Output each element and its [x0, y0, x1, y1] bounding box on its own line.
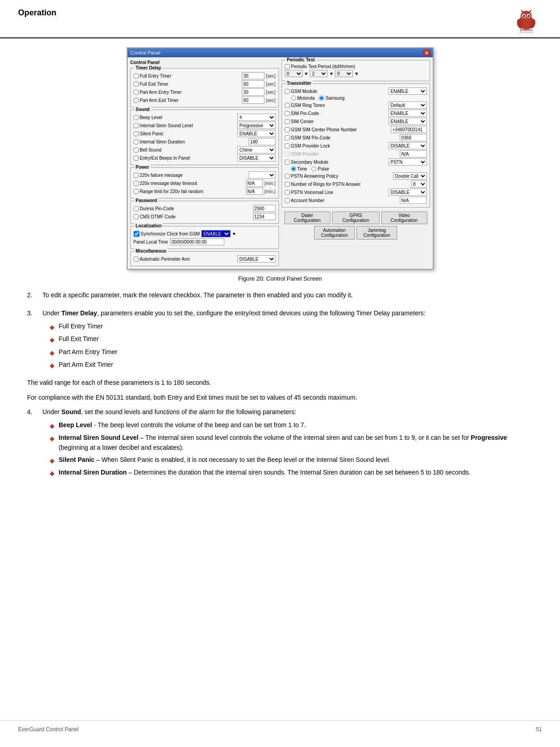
sim-center-row: SIM Center ENABLE: [285, 118, 427, 125]
auto-perimeter-select[interactable]: DISABLE: [237, 255, 276, 263]
internal-siren-duration-checkbox[interactable]: [134, 139, 139, 144]
automation-config-button[interactable]: Automation Configuration: [314, 226, 355, 240]
pstn-voicemail-select[interactable]: DISABLE: [389, 189, 427, 196]
pstn-voicemail-checkbox[interactable]: [285, 190, 290, 195]
secondary-module-row: Secondary Module PSTN: [285, 158, 427, 166]
item-4-content: Under Sound, set the sound levels and fu…: [42, 407, 533, 480]
control-panel-label: Control Panel: [130, 60, 279, 65]
bell-sound-checkbox[interactable]: [134, 148, 139, 152]
sim-pin-checkbox[interactable]: [285, 111, 290, 116]
bullet-diamond-6: ◆: [50, 433, 55, 443]
beep-level-select[interactable]: 4: [237, 114, 276, 121]
auto-perimeter-checkbox[interactable]: [134, 257, 139, 262]
pstn-answering-select[interactable]: Double Call: [393, 172, 427, 180]
control-panel-dialog: Control Panel ✕ Control Panel Timer Dela…: [127, 47, 434, 270]
bell-sound-row: Bell Sound Chime: [134, 146, 276, 153]
gsm-ring-tones-select[interactable]: Default: [389, 101, 427, 109]
part-arm-entry-input[interactable]: [242, 88, 264, 96]
220v-range-row: Range limit for 220v fail random [min.]: [134, 188, 276, 195]
bullet-part-arm-entry: ◆ Part Arm Entry Timer: [50, 347, 533, 358]
auto-perimeter-label: Automatic Perimeter Arm: [134, 257, 236, 262]
gprs-config-button[interactable]: GPRS Configuration: [332, 212, 380, 224]
cms-dtmf-checkbox[interactable]: [134, 214, 139, 219]
silent-panic-checkbox[interactable]: [134, 131, 139, 136]
gsm-module-checkbox[interactable]: [285, 89, 290, 94]
gsm-sim-phone-row: GSM SIM Center Phone Number +34607003141: [285, 126, 427, 133]
full-entry-timer-input[interactable]: [242, 72, 264, 79]
auto-perimeter-row: Automatic Perimeter Arm DISABLE: [134, 255, 276, 263]
full-exit-timer-row: Full Exit Timer [sec]: [134, 80, 276, 88]
dialer-config-button[interactable]: Dialer Configuration: [284, 212, 331, 224]
bell-sound-select[interactable]: Chime: [237, 146, 276, 153]
gsm-provider-lock-select[interactable]: DISABLE: [389, 142, 427, 149]
periodic-hh-select[interactable]: 2: [310, 70, 328, 77]
part-arm-exit-input[interactable]: [242, 97, 264, 104]
part-arm-exit-checkbox[interactable]: [134, 98, 139, 103]
duress-pin-input[interactable]: [253, 205, 276, 212]
power-content: 220v failure message 220v message delay …: [134, 171, 276, 195]
samsung-radio[interactable]: [319, 96, 324, 101]
bell-sound-label: Bell Sound: [134, 148, 236, 152]
entry-ext-beeps-select[interactable]: DISABLE: [237, 154, 276, 161]
pstn-answering-checkbox[interactable]: [285, 174, 290, 179]
secondary-module-checkbox[interactable]: [285, 160, 290, 165]
full-exit-timer-input[interactable]: [242, 80, 264, 88]
panel-local-time-row: Panel Local Time: [134, 238, 276, 245]
internal-siren-level-select[interactable]: Progressive: [237, 122, 276, 129]
sim-pin-select[interactable]: ENABLE: [389, 110, 427, 117]
gsm-sim-pin-checkbox[interactable]: [285, 135, 290, 140]
dialog-title: Control Panel: [130, 50, 161, 55]
220v-delay-checkbox[interactable]: [134, 181, 139, 186]
timer-delay-title: Timer Delay: [134, 65, 163, 70]
gsm-sim-phone-checkbox[interactable]: [285, 127, 290, 132]
valid-range-text: The valid range for each of these parame…: [27, 378, 533, 387]
secondary-module-select[interactable]: PSTN: [389, 158, 427, 166]
220v-delay-input[interactable]: [246, 180, 263, 187]
gsm-ring-tones-label: GSM Ring Tones: [285, 103, 387, 108]
power-group: Power 220v failure message: [130, 167, 279, 198]
panel-local-time-input[interactable]: [170, 238, 224, 245]
bullet-part-arm-exit: ◆ Part Arm Exit Timer: [50, 360, 533, 370]
220v-range-checkbox[interactable]: [134, 189, 139, 194]
beep-level-checkbox[interactable]: [134, 115, 139, 120]
num-rings-checkbox[interactable]: [285, 182, 290, 187]
silent-panic-select[interactable]: ENABLE: [237, 130, 276, 137]
timer-delay-bullet-list: ◆ Full Entry Timer ◆ Full Exit Timer ◆ P…: [50, 321, 533, 371]
sim-center-select[interactable]: ENABLE: [389, 118, 427, 125]
time-radio[interactable]: [291, 166, 296, 171]
part-arm-entry-unit: [sec]: [266, 90, 275, 95]
account-number-checkbox[interactable]: [285, 198, 290, 203]
periodic-mm-select[interactable]: 0: [335, 70, 353, 77]
part-arm-exit-label: Part Arm Exit Timer: [134, 98, 241, 103]
num-rings-select[interactable]: 8: [411, 180, 427, 188]
timer-delay-content: Full Entry Timer [sec] Full Exit Timer: [134, 72, 276, 104]
gsm-provider-lock-checkbox[interactable]: [285, 143, 290, 148]
full-entry-timer-checkbox[interactable]: [134, 74, 139, 78]
internal-siren-level-checkbox[interactable]: [134, 123, 139, 128]
pulse-radio[interactable]: [311, 166, 316, 171]
gsm-module-select[interactable]: ENABLE: [389, 88, 427, 95]
gsm-ring-tones-checkbox[interactable]: [285, 103, 290, 108]
sim-center-checkbox[interactable]: [285, 119, 290, 124]
silent-panic-label: Silent Panic: [134, 131, 236, 136]
entry-ext-beeps-checkbox[interactable]: [134, 156, 139, 161]
dialog-close-button[interactable]: ✕: [423, 50, 430, 56]
duress-pin-checkbox[interactable]: [134, 206, 139, 211]
svg-text:Essence: Essence: [520, 28, 533, 32]
periodic-test-checkbox[interactable]: [285, 64, 290, 69]
cms-dtmf-input[interactable]: [253, 213, 276, 220]
jamming-config-button[interactable]: Jamming Configuration: [356, 226, 397, 240]
video-config-button[interactable]: Video Configuration: [381, 212, 427, 224]
gsm-provider-checkbox[interactable]: [285, 152, 290, 157]
localization-title: Localization: [134, 223, 163, 228]
periodic-dd-select[interactable]: 0: [285, 70, 303, 77]
motorola-radio[interactable]: [291, 96, 296, 101]
220v-failure-checkbox[interactable]: [134, 173, 139, 178]
sync-clock-select[interactable]: ENABLE: [201, 230, 231, 237]
220v-failure-select[interactable]: [249, 171, 276, 179]
220v-range-input[interactable]: [246, 188, 263, 195]
full-exit-timer-checkbox[interactable]: [134, 82, 139, 87]
sync-clock-checkbox[interactable]: [134, 231, 139, 237]
part-arm-entry-checkbox[interactable]: [134, 90, 139, 95]
bullet-diamond-1: ◆: [50, 322, 55, 332]
